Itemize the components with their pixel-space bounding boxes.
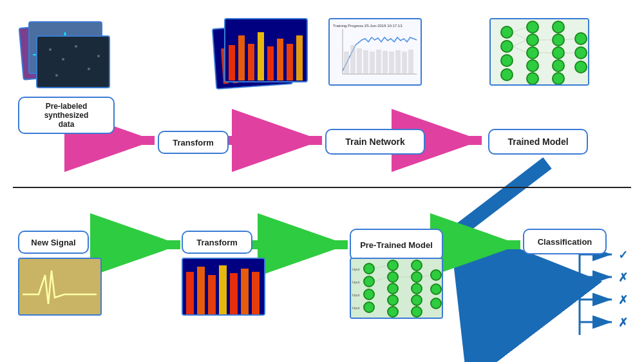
- svg-rect-38: [296, 35, 303, 81]
- svg-point-65: [553, 34, 564, 46]
- svg-point-108: [431, 270, 441, 280]
- trained-model-thumb: [489, 18, 589, 86]
- top-transform-box: Transform: [158, 131, 229, 154]
- train-network-box: Train Network: [325, 129, 425, 155]
- svg-line-7: [457, 163, 547, 232]
- svg-rect-82: [186, 272, 194, 316]
- svg-point-70: [575, 47, 587, 59]
- svg-text:Input: Input: [352, 280, 360, 284]
- svg-point-96: [364, 289, 374, 300]
- svg-rect-43: [344, 52, 349, 74]
- prelabeled-thumb-3: [36, 35, 110, 88]
- new-signal-box: New Signal: [18, 231, 89, 254]
- svg-rect-46: [363, 50, 368, 74]
- training-progress-chart: Training Progress 25-Jun-2018 10:17:13: [328, 18, 422, 86]
- svg-rect-85: [219, 265, 227, 316]
- svg-rect-86: [230, 273, 238, 316]
- svg-point-55: [501, 26, 513, 38]
- svg-point-110: [431, 298, 441, 309]
- svg-point-100: [388, 283, 398, 294]
- svg-point-106: [412, 295, 422, 305]
- svg-point-109: [431, 284, 441, 294]
- svg-rect-49: [383, 51, 388, 74]
- svg-point-61: [527, 47, 538, 59]
- svg-rect-33: [248, 44, 254, 81]
- svg-point-57: [501, 55, 513, 66]
- svg-point-63: [527, 73, 538, 84]
- svg-point-95: [364, 276, 374, 287]
- svg-point-66: [553, 47, 564, 59]
- bottom-transform-box: Transform: [182, 231, 252, 254]
- svg-rect-51: [395, 50, 401, 74]
- svg-rect-44: [350, 45, 355, 74]
- svg-point-103: [412, 260, 422, 271]
- svg-point-60: [527, 34, 538, 46]
- pretrained-model-box: Pre-Trained Model: [350, 229, 443, 261]
- svg-point-62: [527, 60, 538, 71]
- svg-rect-88: [252, 272, 260, 316]
- svg-point-18: [75, 45, 77, 48]
- svg-point-19: [88, 68, 90, 70]
- svg-point-21: [97, 55, 100, 57]
- section-divider: [13, 187, 631, 188]
- svg-point-59: [527, 21, 538, 33]
- svg-point-71: [575, 61, 587, 73]
- classification-box: Classification: [523, 229, 607, 254]
- svg-rect-50: [389, 52, 394, 74]
- svg-point-99: [388, 272, 398, 282]
- svg-rect-53: [408, 50, 413, 74]
- cross-mark-2: ✗: [618, 293, 628, 307]
- main-diagram: Pre-labeled synthesized data Transform: [0, 0, 644, 362]
- svg-rect-35: [267, 46, 274, 81]
- cross-mark-1: ✗: [618, 271, 628, 285]
- svg-point-105: [412, 283, 422, 294]
- svg-point-64: [553, 21, 564, 33]
- svg-rect-39: [330, 19, 422, 86]
- svg-point-58: [501, 69, 513, 81]
- svg-point-101: [388, 295, 398, 305]
- cross-mark-3: ✗: [618, 316, 628, 330]
- svg-rect-52: [402, 52, 407, 74]
- bottom-spec-thumb: [182, 258, 265, 316]
- new-signal-thumb: [18, 258, 102, 316]
- svg-rect-45: [357, 48, 362, 74]
- svg-rect-48: [376, 50, 381, 74]
- svg-point-102: [388, 307, 398, 317]
- svg-rect-30: [225, 19, 308, 82]
- svg-point-20: [55, 74, 58, 77]
- svg-point-104: [412, 272, 422, 282]
- svg-point-69: [575, 33, 587, 44]
- svg-rect-36: [277, 39, 283, 81]
- svg-text:Input: Input: [352, 306, 360, 310]
- svg-point-56: [501, 41, 513, 52]
- svg-point-16: [49, 48, 52, 51]
- svg-point-107: [412, 307, 422, 317]
- svg-rect-34: [258, 32, 264, 81]
- check-mark: ✓: [618, 248, 628, 262]
- svg-text:Training Progress 25-Jun-2018 : Training Progress 25-Jun-2018 10:17:13: [333, 24, 402, 28]
- svg-rect-84: [208, 275, 216, 316]
- trained-model-box: Trained Model: [488, 129, 588, 155]
- svg-text:Input: Input: [352, 293, 360, 297]
- svg-point-68: [553, 73, 564, 84]
- svg-point-97: [364, 302, 374, 312]
- svg-rect-32: [238, 35, 245, 81]
- pretrained-nn-thumb: Input Input Input Input: [350, 258, 443, 319]
- svg-point-98: [388, 260, 398, 271]
- svg-point-17: [62, 58, 64, 61]
- svg-rect-47: [370, 52, 375, 74]
- svg-rect-80: [19, 259, 102, 316]
- prelabeled-label: Pre-labeled synthesized data: [18, 97, 115, 134]
- svg-point-67: [553, 60, 564, 71]
- svg-rect-37: [287, 44, 293, 81]
- svg-rect-87: [241, 269, 249, 316]
- svg-point-94: [364, 263, 374, 274]
- top-spec-front: [224, 18, 308, 82]
- svg-text:Input: Input: [352, 267, 360, 271]
- svg-rect-83: [197, 267, 205, 316]
- svg-rect-31: [229, 45, 235, 81]
